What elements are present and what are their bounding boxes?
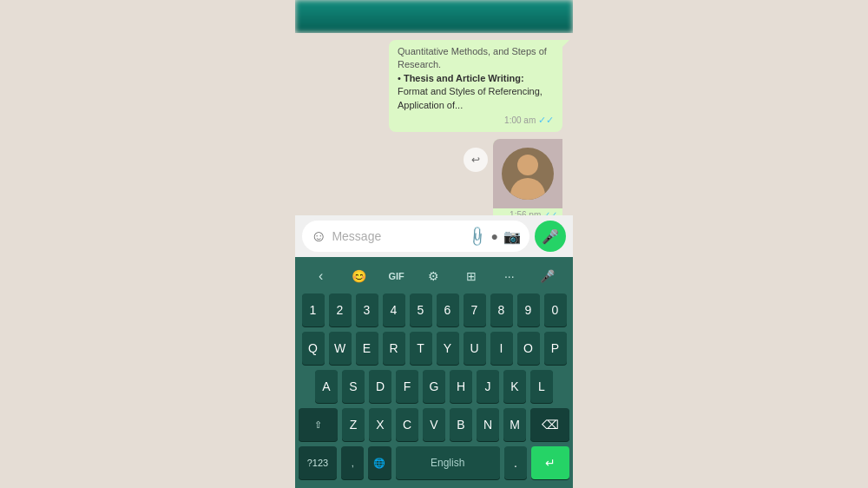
attach-icon[interactable]: 📎 [465,224,490,248]
double-tick-icon: ✓✓ [538,115,554,125]
key-enter[interactable]: ↵ [531,446,569,479]
key-i[interactable]: I [490,332,513,365]
keyboard-emoji-button[interactable]: 😊 [345,264,372,288]
key-w[interactable]: W [329,332,352,365]
chat-area: Quantitative Methods, and Steps of Resea… [295,33,573,215]
keyboard-rows: 1 2 3 4 5 6 7 8 9 0 Q W E R T Y U I [295,292,573,485]
key-numbers[interactable]: ?123 [299,446,337,479]
key-p[interactable]: P [544,332,567,365]
mic-button[interactable]: 🎤 [535,221,566,252]
top-bar [295,0,573,33]
zxcv-row: ⇧ Z X C V B N M ⌫ [299,408,569,441]
key-8[interactable]: 8 [490,293,513,326]
key-q[interactable]: Q [302,332,325,365]
keyboard-gif-button[interactable]: GIF [384,264,410,288]
forwarded-photo-area: ↩ 1:56 pm ✓✓ [464,139,562,215]
keyboard-more-button[interactable]: ··· [496,264,523,288]
gif-icon[interactable]: ● [491,229,498,243]
key-g[interactable]: G [423,370,445,403]
key-l[interactable]: L [530,370,553,403]
partial-msg-line2: • Thesis and Article Writing: Format and… [398,72,554,112]
key-z[interactable]: Z [342,408,365,441]
key-o[interactable]: O [517,332,540,365]
key-j[interactable]: J [477,370,499,403]
key-2[interactable]: 2 [329,293,352,326]
key-k[interactable]: K [503,370,526,403]
photo-bubble: 1:56 pm ✓✓ [493,139,562,215]
key-0[interactable]: 0 [544,293,567,326]
emoji-icon[interactable]: ☺ [311,228,326,246]
key-t[interactable]: T [410,332,432,365]
key-b[interactable]: B [450,408,472,441]
partial-msg-time: 1:00 am ✓✓ [398,114,554,127]
key-d[interactable]: D [369,370,391,403]
keyboard-translate-button[interactable]: ⊞ [458,264,484,288]
key-7[interactable]: 7 [464,293,486,326]
key-period[interactable]: . [504,446,527,479]
key-v[interactable]: V [423,408,445,441]
key-1[interactable]: 1 [302,293,325,326]
key-5[interactable]: 5 [410,293,432,326]
keyboard: ‹ 😊 GIF ⚙ ⊞ ··· 🎤 1 2 3 4 5 6 7 8 9 0 [295,257,573,488]
key-delete[interactable]: ⌫ [530,408,569,441]
mic-icon: 🎤 [542,228,559,245]
key-x[interactable]: X [369,408,391,441]
key-6[interactable]: 6 [437,293,459,326]
photo-double-tick: ✓✓ [543,210,557,215]
key-9[interactable]: 9 [517,293,540,326]
key-r[interactable]: R [383,332,405,365]
key-globe[interactable]: 🌐 [368,446,391,479]
forward-icon: ↩ [464,148,488,172]
key-u[interactable]: U [464,332,486,365]
input-field[interactable]: ☺ Message 📎 ● 📷 [302,221,529,252]
top-partial-message: Quantitative Methods, and Steps of Resea… [389,40,562,132]
key-h[interactable]: H [450,370,472,403]
key-m[interactable]: M [503,408,526,441]
key-c[interactable]: C [396,408,418,441]
avatar-head [517,155,538,175]
keyboard-back-button[interactable]: ‹ [308,264,334,288]
key-y[interactable]: Y [437,332,459,365]
bottom-row: ?123 , 🌐 English . ↵ [299,446,569,479]
phone-container: Quantitative Methods, and Steps of Resea… [295,0,573,488]
photo-time: 1:56 pm ✓✓ [493,208,562,215]
keyboard-settings-button[interactable]: ⚙ [421,264,447,288]
key-3[interactable]: 3 [356,293,378,326]
avatar-body [510,178,545,200]
photo-placeholder [493,139,562,208]
asdf-row: A S D F G H J K L [299,370,569,403]
message-placeholder[interactable]: Message [332,229,463,243]
keyboard-voice-button[interactable]: 🎤 [534,264,560,288]
key-s[interactable]: S [342,370,365,403]
key-shift[interactable]: ⇧ [299,408,338,441]
key-n[interactable]: N [477,408,499,441]
keyboard-toolbar: ‹ 😊 GIF ⚙ ⊞ ··· 🎤 [295,260,573,292]
partial-msg-line1: Quantitative Methods, and Steps of Resea… [398,45,554,72]
person-avatar [502,148,554,200]
input-bar: ☺ Message 📎 ● 📷 🎤 [295,215,573,257]
key-e[interactable]: E [356,332,378,365]
key-comma[interactable]: , [341,446,364,479]
camera-icon[interactable]: 📷 [503,228,521,245]
key-a[interactable]: A [315,370,338,403]
key-space[interactable]: English [396,446,500,479]
qwerty-row: Q W E R T Y U I O P [299,332,569,365]
key-4[interactable]: 4 [383,293,405,326]
key-f[interactable]: F [396,370,418,403]
number-row: 1 2 3 4 5 6 7 8 9 0 [299,293,569,326]
